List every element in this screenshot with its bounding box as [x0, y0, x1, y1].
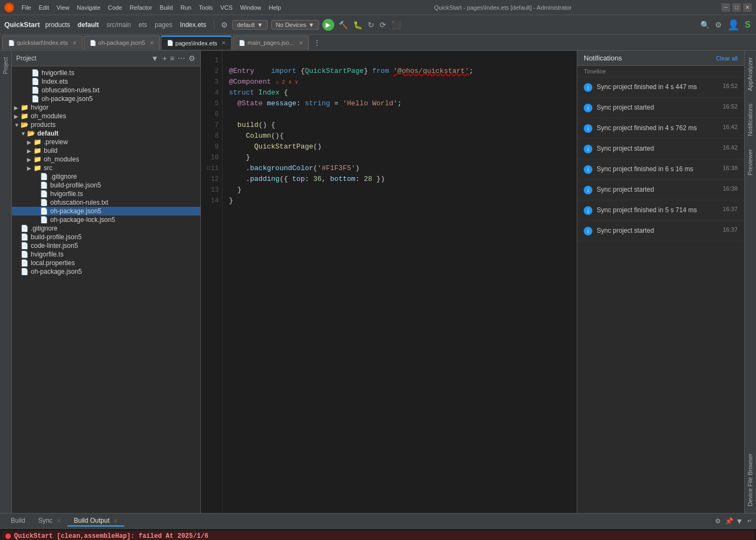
- build-tab-output[interactable]: Build Output ✕: [68, 516, 124, 526]
- tree-item-products[interactable]: ▼ 📂 products: [12, 120, 200, 129]
- code-line-9: QuickStartPage(): [229, 141, 570, 152]
- no-devices-button[interactable]: No Devices ▼: [271, 20, 319, 30]
- path-default[interactable]: default: [76, 20, 101, 30]
- menu-build[interactable]: Build: [157, 3, 176, 12]
- tab-close-icon[interactable]: ✕: [299, 40, 303, 46]
- menu-help[interactable]: Help: [266, 3, 285, 12]
- tree-item-gitignore-root[interactable]: 📄 .gitignore: [12, 224, 200, 233]
- menu-file[interactable]: File: [18, 3, 35, 12]
- clear-all-button[interactable]: Clear all: [716, 55, 738, 62]
- path-ets[interactable]: ets: [136, 20, 149, 30]
- run-button[interactable]: ▶: [322, 19, 334, 31]
- build-tab-build[interactable]: Build: [4, 516, 32, 526]
- settings-icon[interactable]: ⚙: [220, 19, 229, 30]
- menu-run[interactable]: Run: [177, 3, 194, 12]
- window-controls[interactable]: ─ □ ✕: [721, 3, 752, 12]
- reload-icon[interactable]: ↻: [367, 19, 375, 30]
- tree-item-oh-package-selected[interactable]: 📄 oh-package.json5: [12, 207, 200, 215]
- project-tab[interactable]: Project: [1, 51, 10, 80]
- tree-item-preview[interactable]: ▶ 📁 .preview: [12, 138, 200, 146]
- build-minimize-icon[interactable]: ▼: [735, 517, 743, 525]
- code-editor[interactable]: import {QuickStartPage} from '@ohos/quic…: [222, 51, 577, 513]
- info-icon: i: [584, 104, 592, 112]
- line-num-4: 4: [201, 87, 219, 98]
- app-analyzer-tab[interactable]: AppAnalyzer: [745, 51, 756, 97]
- notif-text: Sync project finished in 5 s 714 ms: [597, 206, 718, 215]
- tab-close-icon[interactable]: ✕: [150, 40, 154, 46]
- settings-icon[interactable]: ⚙: [188, 53, 196, 63]
- menu-vcs[interactable]: VCS: [217, 3, 236, 12]
- tree-item-obfuscation[interactable]: 📄 obfuscation-rules.txt: [12, 86, 200, 94]
- avatar-icon[interactable]: 👤: [726, 18, 740, 32]
- tab-quickstart-index[interactable]: 📄 quickstart\Index.ets ✕: [2, 36, 83, 50]
- tree-item-hvigorfile-ts-1[interactable]: 📄 hvigorfile.ts: [12, 69, 200, 77]
- tab-pages-index[interactable]: 📄 pages\Index.ets ✕: [161, 36, 232, 50]
- tree-item-hvigorfile-2[interactable]: 📄 hvigorfile.ts: [12, 190, 200, 198]
- tab-main-pages[interactable]: 📄 main_pages.jso... ✕: [233, 36, 308, 50]
- path-pages[interactable]: pages: [152, 20, 174, 30]
- path-products[interactable]: products: [43, 20, 72, 30]
- tree-item-hvigor[interactable]: ▶ 📁 hvigor: [12, 103, 200, 112]
- tree-item-oh-package-1[interactable]: 📄 oh-package.json5: [12, 94, 200, 103]
- menu-window[interactable]: Window: [237, 3, 265, 12]
- tab-oh-package[interactable]: 📄 oh-package.json5 ✕: [84, 36, 160, 50]
- info-icon: i: [584, 145, 592, 153]
- tab-close-icon[interactable]: ✕: [221, 40, 226, 46]
- more-tabs-icon[interactable]: ⋮: [312, 37, 322, 48]
- menu-edit[interactable]: Edit: [36, 3, 52, 12]
- tree-item-code-linter[interactable]: 📄 code-linter.json5: [12, 241, 200, 250]
- minimize-button[interactable]: ─: [721, 3, 730, 12]
- menu-navigate[interactable]: Navigate: [73, 3, 103, 12]
- tree-item-oh-package-lock[interactable]: 📄 oh-package-lock.json5: [12, 215, 200, 224]
- tree-item-index-ets[interactable]: 📄 Index.ets: [12, 77, 200, 86]
- app-icon[interactable]: S: [744, 19, 752, 31]
- path-src[interactable]: src/main: [104, 20, 133, 30]
- menu-refactor[interactable]: Refactor: [126, 3, 156, 12]
- menu-tools[interactable]: Tools: [195, 3, 216, 12]
- default-button[interactable]: default ▼: [232, 20, 268, 30]
- json-file-icon: 📄: [21, 268, 29, 275]
- tree-item-oh-package-root[interactable]: 📄 oh-package.json5: [12, 267, 200, 276]
- search-icon[interactable]: 🔍: [699, 19, 711, 30]
- tree-item-oh-modules-2[interactable]: ▶ 📁 oh_modules: [12, 155, 200, 164]
- build-icon[interactable]: 🔨: [338, 19, 349, 30]
- menu-bar[interactable]: File Edit View Navigate Code Refactor Bu…: [18, 3, 284, 12]
- tree-item-hvigorfile-root[interactable]: 📄 hvigorfile.ts: [12, 250, 200, 259]
- tree-item-oh-modules-1[interactable]: ▶ 📁 oh_modules: [12, 112, 200, 120]
- tree-item-local-props[interactable]: 📄 local.properties: [12, 259, 200, 267]
- notifications-side-tab[interactable]: Notifications: [745, 97, 756, 143]
- close-button[interactable]: ✕: [743, 3, 752, 12]
- menu-code[interactable]: Code: [105, 3, 125, 12]
- tree-item-label: Index.ets: [42, 78, 68, 85]
- debug-icon[interactable]: 🐛: [352, 19, 363, 30]
- tree-item-src[interactable]: ▶ 📁 src: [12, 164, 200, 172]
- build-pin-icon[interactable]: 📌: [725, 517, 733, 525]
- collapse-icon[interactable]: ≡: [170, 53, 175, 63]
- sync-icon[interactable]: ⟳: [379, 19, 387, 30]
- tree-item-label: hvigorfile.ts: [50, 190, 83, 198]
- tab-close-icon[interactable]: ✕: [72, 40, 77, 46]
- tree-item-gitignore-1[interactable]: 📄 .gitignore: [12, 172, 200, 181]
- build-settings-icon[interactable]: ⚙: [715, 517, 721, 525]
- menu-view[interactable]: View: [53, 3, 73, 12]
- add-icon[interactable]: +: [162, 53, 167, 63]
- toolbar: QuickStart products default src/main ets…: [0, 15, 756, 35]
- notif-time: 16:42: [723, 144, 738, 151]
- filter-icon[interactable]: ⋯: [177, 53, 186, 63]
- settings2-icon[interactable]: ⚙: [714, 19, 723, 30]
- file-icon: 📄: [90, 40, 96, 46]
- build-wrap-icon[interactable]: ↵: [747, 518, 752, 524]
- maximize-button[interactable]: □: [732, 3, 741, 12]
- build-tab-sync[interactable]: Sync ✕: [32, 516, 68, 526]
- previewer-tab[interactable]: Previewer: [745, 143, 756, 182]
- line-num-1: 1: [201, 55, 219, 66]
- device-browser-tab[interactable]: Device File Browser: [745, 447, 756, 513]
- stop-icon[interactable]: ⬛: [390, 19, 402, 30]
- tree-item-build[interactable]: ▶ 📁 build: [12, 146, 200, 155]
- path-file[interactable]: Index.ets: [178, 20, 208, 30]
- tree-item-build-profile[interactable]: 📄 build-profile.json5: [12, 181, 200, 190]
- tree-item-build-profile-root[interactable]: 📄 build-profile.json5: [12, 233, 200, 241]
- tree-item-obfuscation-2[interactable]: 📄 obfuscation-rules.txt: [12, 198, 200, 207]
- dropdown-icon[interactable]: ▼: [150, 53, 160, 64]
- tree-item-default[interactable]: ▼ 📂 default: [12, 129, 200, 138]
